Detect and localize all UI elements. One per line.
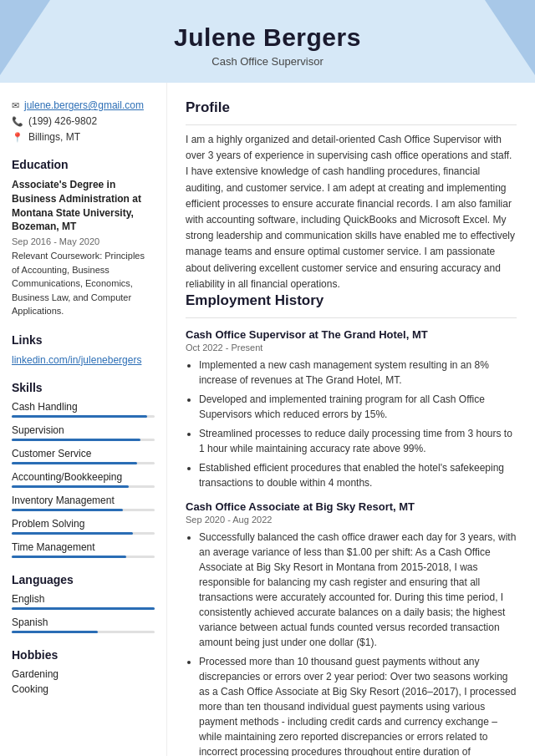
phone-item: 📞 (199) 426-9802 (12, 115, 155, 127)
candidate-name: Julene Bergers (17, 23, 518, 52)
phone-text: (199) 426-9802 (28, 115, 97, 127)
skill-bar-bg (12, 462, 155, 464)
hobbies-section: Hobbies GardeningCooking (12, 648, 155, 695)
skill-item: Problem Solving (12, 518, 155, 535)
main-content: Profile I am a highly organized and deta… (167, 83, 535, 756)
skill-bar-bg (12, 509, 155, 511)
job-bullet: Streamlined processes to reduce daily pr… (199, 426, 517, 456)
job-bullet: Developed and implemented training progr… (199, 392, 517, 422)
skill-item: Inventory Management (12, 495, 155, 511)
skill-bar-bg (12, 439, 155, 441)
education-date: Sep 2016 - May 2020 (12, 236, 155, 246)
links-title: Links (12, 333, 155, 347)
skill-label: Cash Handling (12, 401, 155, 413)
language-label: English (12, 593, 155, 605)
skill-item: Time Management (12, 541, 155, 558)
candidate-title: Cash Office Supervisor (17, 55, 518, 68)
job-bullet: Successfully balanced the cash office dr… (199, 530, 517, 650)
skill-bar-bg (12, 556, 155, 558)
skill-label: Accounting/Bookkeeping (12, 471, 155, 483)
email-link[interactable]: julene.bergers@gmail.com (24, 99, 144, 111)
employment-title: Employment History (186, 292, 517, 309)
language-item: English (12, 593, 155, 610)
skill-bar-fill (12, 485, 129, 488)
resume-header: Julene Bergers Cash Office Supervisor (0, 0, 535, 83)
profile-text: I am a highly organized and detail-orien… (186, 132, 517, 292)
skill-bar-fill (12, 415, 147, 418)
education-coursework: Relevant Coursework: Principles of Accou… (12, 249, 155, 318)
profile-section: Profile I am a highly organized and deta… (186, 99, 517, 292)
skill-item: Supervision (12, 424, 155, 441)
profile-title: Profile (186, 99, 517, 116)
skill-bar-bg (12, 532, 155, 535)
skill-label: Customer Service (12, 448, 155, 459)
profile-divider (186, 124, 517, 125)
sidebar: ✉ julene.bergers@gmail.com 📞 (199) 426-9… (0, 83, 167, 756)
language-bar-bg (12, 631, 155, 633)
skill-bar-fill (12, 462, 137, 464)
email-icon: ✉ (12, 100, 19, 111)
skill-item: Accounting/Bookkeeping (12, 471, 155, 488)
skill-item: Customer Service (12, 448, 155, 464)
skills-list: Cash Handling Supervision Customer Servi… (12, 401, 155, 558)
phone-icon: 📞 (12, 116, 23, 127)
employment-divider (186, 317, 517, 318)
location-item: 📍 Billings, MT (12, 131, 155, 143)
job-title: Cash Office Supervisor at The Grand Hote… (186, 328, 517, 341)
main-layout: ✉ julene.bergers@gmail.com 📞 (199) 426-9… (0, 83, 535, 756)
hobby-item: Gardening (12, 668, 155, 680)
links-section: Links linkedin.com/in/julenebergers (12, 333, 155, 366)
hobbies-title: Hobbies (12, 648, 155, 662)
language-bar-fill (12, 607, 155, 610)
skill-bar-fill (12, 439, 140, 441)
employment-section: Employment History Cash Office Superviso… (186, 292, 517, 756)
languages-section: Languages English Spanish (12, 573, 155, 633)
skill-bar-bg (12, 485, 155, 488)
hobby-item: Cooking (12, 683, 155, 695)
skill-label: Inventory Management (12, 495, 155, 506)
job-bullet: Processed more than 10 thousand guest pa… (199, 654, 517, 756)
job-title: Cash Office Associate at Big Sky Resort,… (186, 500, 517, 513)
skill-bar-fill (12, 532, 133, 535)
skill-bar-bg (12, 415, 155, 418)
job-bullets-list: Successfully balanced the cash office dr… (186, 530, 517, 756)
job-entry: Cash Office Associate at Big Sky Resort,… (186, 500, 517, 756)
skill-item: Cash Handling (12, 401, 155, 418)
skills-section: Skills Cash Handling Supervision Custome… (12, 381, 155, 558)
language-bar-fill (12, 631, 98, 633)
job-date: Sep 2020 - Aug 2022 (186, 515, 517, 525)
languages-list: English Spanish (12, 593, 155, 633)
job-bullet: Established efficient procedures that en… (199, 460, 517, 490)
skill-label: Supervision (12, 424, 155, 436)
linkedin-link[interactable]: linkedin.com/in/julenebergers (12, 354, 141, 366)
languages-title: Languages (12, 573, 155, 586)
header-triangle-right (485, 0, 535, 75)
hobbies-list: GardeningCooking (12, 668, 155, 695)
language-bar-bg (12, 607, 155, 610)
job-entry: Cash Office Supervisor at The Grand Hote… (186, 328, 517, 490)
language-item: Spanish (12, 616, 155, 633)
header-triangle-left (0, 0, 50, 75)
skill-bar-fill (12, 556, 126, 558)
jobs-list: Cash Office Supervisor at The Grand Hote… (186, 328, 517, 756)
skill-bar-fill (12, 509, 123, 511)
job-bullets-list: Implemented a new cash management system… (186, 358, 517, 490)
education-title: Education (12, 158, 155, 171)
language-label: Spanish (12, 616, 155, 628)
job-bullet: Implemented a new cash management system… (199, 358, 517, 388)
education-section: Education Associate's Degree in Business… (12, 158, 155, 318)
location-icon: 📍 (12, 132, 23, 143)
job-date: Oct 2022 - Present (186, 342, 517, 353)
skill-label: Problem Solving (12, 518, 155, 530)
contact-section: ✉ julene.bergers@gmail.com 📞 (199) 426-9… (12, 99, 155, 143)
skills-title: Skills (12, 381, 155, 394)
email-item: ✉ julene.bergers@gmail.com (12, 99, 155, 111)
skill-label: Time Management (12, 541, 155, 553)
location-text: Billings, MT (28, 131, 80, 143)
education-degree: Associate's Degree in Business Administr… (12, 178, 155, 234)
